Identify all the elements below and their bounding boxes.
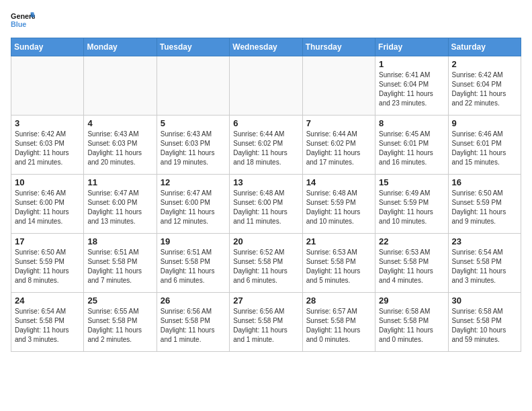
day-info: Sunrise: 6:51 AM Sunset: 5:58 PM Dayligh… <box>87 248 152 285</box>
calendar-cell: 18Sunrise: 6:51 AM Sunset: 5:58 PM Dayli… <box>84 234 157 293</box>
svg-text:Blue: Blue <box>11 20 26 28</box>
calendar-cell: 13Sunrise: 6:48 AM Sunset: 6:00 PM Dayli… <box>230 175 302 234</box>
day-info: Sunrise: 6:57 AM Sunset: 5:58 PM Dayligh… <box>306 307 371 345</box>
calendar-cell: 22Sunrise: 6:53 AM Sunset: 5:58 PM Dayli… <box>375 234 448 293</box>
day-info: Sunrise: 6:44 AM Sunset: 6:02 PM Dayligh… <box>233 130 298 167</box>
calendar-cell: 21Sunrise: 6:53 AM Sunset: 5:58 PM Dayli… <box>302 234 375 293</box>
day-info: Sunrise: 6:52 AM Sunset: 5:58 PM Dayligh… <box>233 248 298 285</box>
day-number: 16 <box>452 177 517 187</box>
calendar-cell: 29Sunrise: 6:58 AM Sunset: 5:58 PM Dayli… <box>375 293 448 352</box>
calendar-cell: 19Sunrise: 6:51 AM Sunset: 5:58 PM Dayli… <box>157 234 229 293</box>
calendar-cell: 12Sunrise: 6:47 AM Sunset: 6:00 PM Dayli… <box>157 175 229 234</box>
calendar-cell: 16Sunrise: 6:50 AM Sunset: 5:59 PM Dayli… <box>448 175 521 234</box>
day-number: 28 <box>306 295 371 306</box>
calendar-cell: 30Sunrise: 6:58 AM Sunset: 5:58 PM Dayli… <box>448 293 521 352</box>
page-header: General Blue <box>11 11 521 30</box>
day-number: 2 <box>452 59 517 69</box>
day-info: Sunrise: 6:58 AM Sunset: 5:58 PM Dayligh… <box>379 307 444 345</box>
calendar-week-row: 24Sunrise: 6:54 AM Sunset: 5:58 PM Dayli… <box>11 293 521 352</box>
day-info: Sunrise: 6:50 AM Sunset: 5:59 PM Dayligh… <box>15 248 80 285</box>
day-number: 25 <box>87 295 152 306</box>
calendar-header-row: SundayMondayTuesdayWednesdayThursdayFrid… <box>11 38 521 56</box>
day-info: Sunrise: 6:42 AM Sunset: 6:04 PM Dayligh… <box>452 71 517 108</box>
calendar-cell: 28Sunrise: 6:57 AM Sunset: 5:58 PM Dayli… <box>302 293 375 352</box>
day-info: Sunrise: 6:53 AM Sunset: 5:58 PM Dayligh… <box>379 248 444 285</box>
day-number: 7 <box>306 118 371 128</box>
day-info: Sunrise: 6:56 AM Sunset: 5:58 PM Dayligh… <box>161 307 226 345</box>
day-number: 8 <box>379 118 444 128</box>
calendar-cell: 3Sunrise: 6:42 AM Sunset: 6:03 PM Daylig… <box>11 116 84 175</box>
day-info: Sunrise: 6:43 AM Sunset: 6:03 PM Dayligh… <box>161 130 226 167</box>
calendar-day-header: Thursday <box>302 38 375 56</box>
logo-icon: General Blue <box>11 11 35 30</box>
day-info: Sunrise: 6:54 AM Sunset: 5:58 PM Dayligh… <box>452 248 517 285</box>
calendar-body: 1Sunrise: 6:41 AM Sunset: 6:04 PM Daylig… <box>11 56 521 352</box>
day-info: Sunrise: 6:55 AM Sunset: 5:58 PM Dayligh… <box>87 307 152 345</box>
day-number: 19 <box>161 236 226 246</box>
day-number: 26 <box>161 295 226 306</box>
calendar-cell: 5Sunrise: 6:43 AM Sunset: 6:03 PM Daylig… <box>157 116 229 175</box>
calendar-cell <box>11 56 84 116</box>
calendar-cell: 9Sunrise: 6:46 AM Sunset: 6:01 PM Daylig… <box>448 116 521 175</box>
calendar-cell: 25Sunrise: 6:55 AM Sunset: 5:58 PM Dayli… <box>84 293 157 352</box>
calendar-week-row: 17Sunrise: 6:50 AM Sunset: 5:59 PM Dayli… <box>11 234 521 293</box>
calendar-cell: 20Sunrise: 6:52 AM Sunset: 5:58 PM Dayli… <box>230 234 302 293</box>
day-number: 9 <box>452 118 517 128</box>
calendar-cell: 27Sunrise: 6:56 AM Sunset: 5:58 PM Dayli… <box>230 293 302 352</box>
calendar-day-header: Tuesday <box>157 38 229 56</box>
day-number: 14 <box>306 177 371 187</box>
day-number: 21 <box>306 236 371 246</box>
calendar-cell: 1Sunrise: 6:41 AM Sunset: 6:04 PM Daylig… <box>375 56 448 116</box>
calendar-week-row: 1Sunrise: 6:41 AM Sunset: 6:04 PM Daylig… <box>11 56 521 116</box>
day-number: 20 <box>233 236 298 246</box>
calendar-cell: 10Sunrise: 6:46 AM Sunset: 6:00 PM Dayli… <box>11 175 84 234</box>
calendar-day-header: Wednesday <box>230 38 302 56</box>
day-info: Sunrise: 6:46 AM Sunset: 6:00 PM Dayligh… <box>15 189 80 226</box>
calendar-cell <box>84 56 157 116</box>
calendar-day-header: Monday <box>84 38 157 56</box>
calendar-cell: 15Sunrise: 6:49 AM Sunset: 5:59 PM Dayli… <box>375 175 448 234</box>
day-info: Sunrise: 6:51 AM Sunset: 5:58 PM Dayligh… <box>161 248 226 285</box>
calendar-cell: 24Sunrise: 6:54 AM Sunset: 5:58 PM Dayli… <box>11 293 84 352</box>
day-info: Sunrise: 6:56 AM Sunset: 5:58 PM Dayligh… <box>233 307 298 345</box>
calendar-cell: 4Sunrise: 6:43 AM Sunset: 6:03 PM Daylig… <box>84 116 157 175</box>
calendar-cell <box>157 56 229 116</box>
day-number: 11 <box>87 177 152 187</box>
logo: General Blue <box>11 11 35 30</box>
calendar-day-header: Sunday <box>11 38 84 56</box>
calendar-table: SundayMondayTuesdayWednesdayThursdayFrid… <box>11 38 521 352</box>
calendar-cell: 26Sunrise: 6:56 AM Sunset: 5:58 PM Dayli… <box>157 293 229 352</box>
day-info: Sunrise: 6:50 AM Sunset: 5:59 PM Dayligh… <box>452 189 517 226</box>
calendar-cell: 8Sunrise: 6:45 AM Sunset: 6:01 PM Daylig… <box>375 116 448 175</box>
calendar-cell: 11Sunrise: 6:47 AM Sunset: 6:00 PM Dayli… <box>84 175 157 234</box>
day-number: 22 <box>379 236 444 246</box>
day-number: 3 <box>15 118 80 128</box>
calendar-cell: 7Sunrise: 6:44 AM Sunset: 6:02 PM Daylig… <box>302 116 375 175</box>
day-info: Sunrise: 6:43 AM Sunset: 6:03 PM Dayligh… <box>87 130 152 167</box>
day-info: Sunrise: 6:41 AM Sunset: 6:04 PM Dayligh… <box>379 71 444 108</box>
day-info: Sunrise: 6:48 AM Sunset: 5:59 PM Dayligh… <box>306 189 371 226</box>
calendar-cell: 17Sunrise: 6:50 AM Sunset: 5:59 PM Dayli… <box>11 234 84 293</box>
day-number: 4 <box>87 118 152 128</box>
day-number: 18 <box>87 236 152 246</box>
calendar-cell: 14Sunrise: 6:48 AM Sunset: 5:59 PM Dayli… <box>302 175 375 234</box>
day-number: 12 <box>161 177 226 187</box>
day-number: 24 <box>15 295 80 306</box>
day-number: 13 <box>233 177 298 187</box>
calendar-day-header: Saturday <box>448 38 521 56</box>
day-number: 30 <box>452 295 517 306</box>
calendar-day-header: Friday <box>375 38 448 56</box>
day-info: Sunrise: 6:46 AM Sunset: 6:01 PM Dayligh… <box>452 130 517 167</box>
day-number: 15 <box>379 177 444 187</box>
day-info: Sunrise: 6:47 AM Sunset: 6:00 PM Dayligh… <box>87 189 152 226</box>
day-info: Sunrise: 6:58 AM Sunset: 5:58 PM Dayligh… <box>452 307 517 345</box>
calendar-week-row: 10Sunrise: 6:46 AM Sunset: 6:00 PM Dayli… <box>11 175 521 234</box>
calendar-cell <box>230 56 302 116</box>
day-info: Sunrise: 6:42 AM Sunset: 6:03 PM Dayligh… <box>15 130 80 167</box>
day-info: Sunrise: 6:44 AM Sunset: 6:02 PM Dayligh… <box>306 130 371 167</box>
calendar-cell: 2Sunrise: 6:42 AM Sunset: 6:04 PM Daylig… <box>448 56 521 116</box>
day-info: Sunrise: 6:47 AM Sunset: 6:00 PM Dayligh… <box>161 189 226 226</box>
day-number: 10 <box>15 177 80 187</box>
day-number: 23 <box>452 236 517 246</box>
day-number: 5 <box>161 118 226 128</box>
